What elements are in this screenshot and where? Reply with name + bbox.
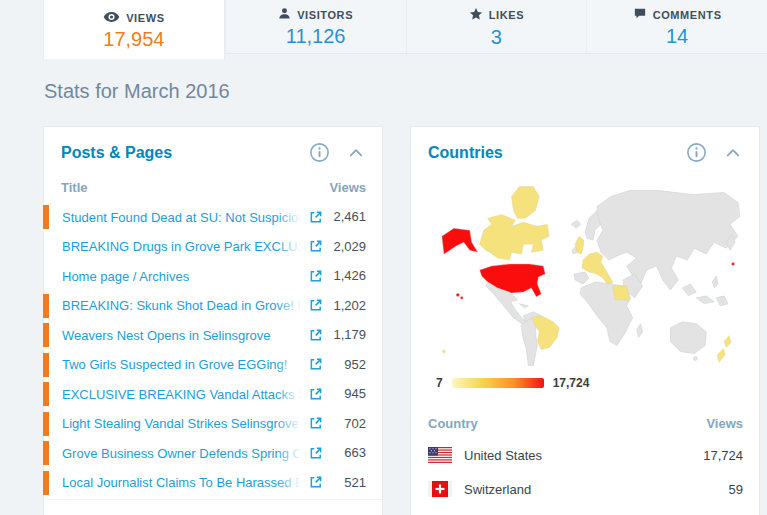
text-fade — [276, 326, 306, 344]
external-link-icon[interactable] — [309, 298, 323, 312]
highlight-bar — [43, 441, 49, 465]
post-title-link[interactable]: BREAKING: Skunk Shot Dead in Grove! Poli… — [62, 298, 306, 313]
post-row: EXCLUSIVE BREAKING Vandal Attacks Selins… — [44, 379, 382, 409]
tab-views-label: VIEWS — [126, 12, 164, 24]
legend-max: 17,724 — [553, 376, 590, 390]
text-fade — [276, 444, 306, 462]
external-link-icon[interactable] — [309, 446, 323, 460]
post-row: Light Stealing Vandal Strikes Selinsgrov… — [44, 409, 382, 439]
visitor-icon — [278, 7, 291, 22]
highlight-bar — [43, 323, 49, 347]
post-row: Home page / Archives 1,426 — [44, 261, 382, 291]
countries-col-views: Views — [706, 416, 743, 431]
posts-table-header: Title Views — [44, 172, 382, 202]
country-row: Brazil 25 — [411, 506, 759, 515]
post-views: 2,461 — [333, 209, 366, 224]
text-fade — [276, 355, 306, 373]
posts-pages-panel: Posts & Pages Title Views Student Found … — [43, 126, 383, 515]
country-row: United States 17,724 — [411, 438, 759, 472]
external-link-icon[interactable] — [309, 269, 323, 283]
legend-gradient-bar — [452, 378, 544, 388]
countries-panel: Countries — [410, 126, 760, 515]
external-link-icon[interactable] — [309, 328, 323, 342]
text-fade — [276, 267, 306, 285]
posts-col-title: Title — [61, 180, 88, 195]
post-views: 1,202 — [333, 298, 366, 313]
text-fade — [276, 414, 306, 432]
info-icon[interactable] — [686, 142, 707, 163]
info-icon[interactable] — [309, 142, 330, 163]
post-views: 702 — [344, 416, 366, 431]
post-row: Local Journalist Claims To Be Harassed B… — [44, 468, 382, 498]
tab-likes-label: LIKES — [489, 9, 524, 21]
chevron-up-icon[interactable] — [722, 142, 743, 163]
highlight-bar — [43, 412, 49, 436]
country-views: 17,724 — [703, 448, 743, 463]
tab-visitors-label: VISITORS — [297, 9, 353, 21]
post-row: Student Found Dead at SU: Not Suspicious… — [44, 202, 382, 232]
text-fade — [276, 296, 306, 314]
post-row: Grove Business Owner Defends Spring Clea… — [44, 438, 382, 468]
post-views: 521 — [344, 475, 366, 490]
tab-comments[interactable]: COMMENTS 14 — [586, 0, 767, 53]
highlight-bar — [43, 353, 49, 377]
switzerland-flag — [428, 481, 452, 497]
countries-panel-title: Countries — [428, 144, 671, 162]
tab-visitors[interactable]: VISITORS 11,126 — [225, 0, 406, 53]
chevron-up-icon[interactable] — [345, 142, 366, 163]
post-row: Two Girls Suspected in Grove EGGing! 952 — [44, 350, 382, 380]
post-row: Weavers Nest Opens in Selinsgrove 1,179 — [44, 320, 382, 350]
post-title-link[interactable]: EXCLUSIVE BREAKING Vandal Attacks Selins… — [62, 387, 306, 402]
post-title-link[interactable]: Two Girls Suspected in Grove EGGing! — [62, 357, 287, 372]
post-title-link[interactable]: Grove Business Owner Defends Spring Clea… — [62, 446, 306, 461]
post-title-link[interactable]: Weavers Nest Opens in Selinsgrove — [62, 328, 271, 343]
highlight-bar — [43, 382, 49, 406]
tab-visitors-value: 11,126 — [286, 26, 346, 46]
tab-views-value: 17,954 — [103, 29, 164, 49]
countries-table-header: Country Views — [411, 408, 759, 438]
countries-col-country: Country — [428, 416, 478, 431]
divider — [44, 499, 382, 500]
country-views: 59 — [729, 482, 743, 497]
tab-comments-label: COMMENTS — [653, 9, 722, 21]
posts-col-views: Views — [329, 180, 366, 195]
external-link-icon[interactable] — [309, 475, 323, 489]
posts-panel-title: Posts & Pages — [61, 144, 294, 162]
comment-icon — [633, 7, 647, 22]
post-row: BREAKING Drugs in Grove Park EXCLUSIVE 2… — [44, 232, 382, 262]
star-icon — [469, 7, 483, 23]
country-name: Switzerland — [464, 482, 531, 497]
map-color-legend: 7 17,724 — [436, 376, 759, 390]
country-row: Switzerland 59 — [411, 472, 759, 506]
text-fade — [276, 237, 306, 255]
post-views: 2,029 — [333, 239, 366, 254]
external-link-icon[interactable] — [309, 210, 323, 224]
post-title-link[interactable]: Student Found Dead at SU: Not Suspicious — [62, 210, 306, 225]
post-title-link[interactable]: Local Journalist Claims To Be Harassed B… — [62, 475, 306, 490]
highlight-bar — [43, 205, 49, 229]
post-title-link[interactable]: Light Stealing Vandal Strikes Selinsgrov… — [62, 416, 299, 431]
external-link-icon[interactable] — [309, 239, 323, 253]
post-title-link[interactable]: Home page / Archives — [62, 269, 189, 284]
tab-likes[interactable]: LIKES 3 — [406, 0, 587, 53]
post-title-link[interactable]: BREAKING Drugs in Grove Park EXCLUSIVE — [62, 239, 306, 254]
country-name: United States — [464, 448, 542, 463]
world-views-map — [426, 180, 744, 374]
legend-min: 7 — [436, 376, 443, 390]
tab-views[interactable]: VIEWS 17,954 — [43, 0, 225, 59]
post-views: 663 — [344, 445, 366, 460]
text-fade — [276, 385, 306, 403]
external-link-icon[interactable] — [309, 416, 323, 430]
text-fade — [276, 473, 306, 491]
tab-likes-value: 3 — [491, 27, 502, 47]
highlight-bar — [43, 294, 49, 318]
us-flag — [428, 447, 452, 463]
eye-icon — [103, 11, 120, 25]
external-link-icon[interactable] — [309, 387, 323, 401]
post-views: 1,426 — [333, 268, 366, 283]
page-title: Stats for March 2016 — [44, 80, 230, 103]
text-fade — [276, 208, 306, 226]
post-views: 945 — [344, 386, 366, 401]
external-link-icon[interactable] — [309, 357, 323, 371]
post-views: 1,179 — [333, 327, 366, 342]
